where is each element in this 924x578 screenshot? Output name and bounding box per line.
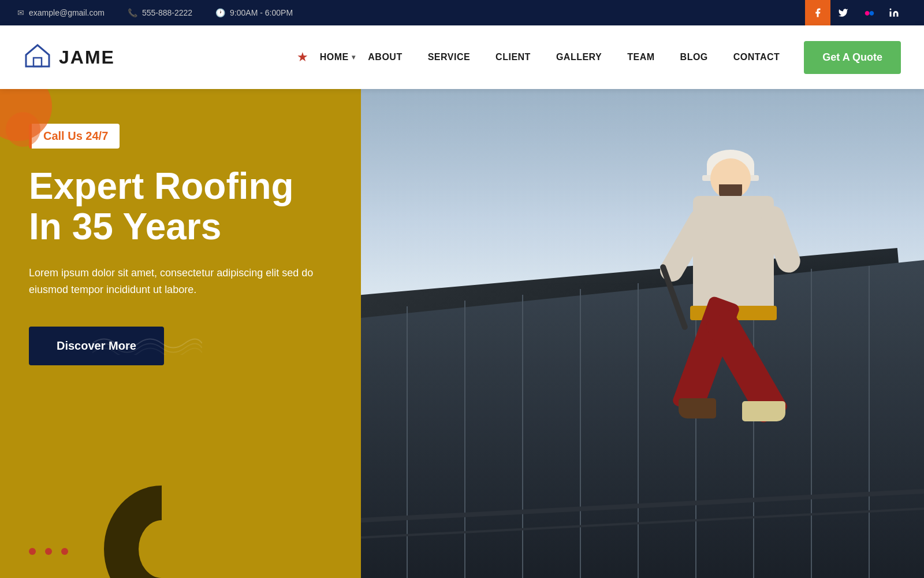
topbar-phone-item: 📞 555-888-2222 (128, 8, 192, 17)
navigation: ★ HOME ▾ ABOUT SERVICE CLIENT GALLER (297, 41, 901, 74)
topbar-email-item: ✉ example@gmail.com (17, 8, 105, 17)
facebook-icon[interactable] (805, 0, 830, 25)
email-icon: ✉ (17, 8, 24, 17)
worker-figure (635, 158, 837, 505)
hero-title-line1: Expert Roofing (29, 165, 294, 207)
nav-item-about[interactable]: ABOUT (355, 52, 415, 62)
get-quote-button[interactable]: Get A Quote (804, 41, 901, 74)
logo-text: JAME (59, 47, 115, 68)
flickr-icon[interactable]: ●● (856, 0, 881, 25)
nav-link-service[interactable]: SERVICE (415, 52, 483, 62)
hero-section: Call Us 24/7 Expert Roofing In 35 Years … (0, 89, 924, 578)
dot-3 (61, 548, 68, 555)
dot-2 (45, 548, 52, 555)
worker-left-boot (679, 398, 716, 418)
header: JAME ★ HOME ▾ ABOUT SERVICE CLIENT (0, 25, 924, 89)
topbar-contact-info: ✉ example@gmail.com 📞 555-888-2222 🕐 9:0… (17, 8, 293, 17)
call-badge-text: Call Us 24/7 (43, 129, 108, 142)
hero-description: Lorem ipsum dolor sit amet, consectetur … (29, 265, 318, 298)
nav-item-contact[interactable]: CONTACT (721, 52, 793, 62)
hero-title: Expert Roofing In 35 Years (29, 166, 332, 247)
linkedin-icon[interactable] (881, 0, 907, 25)
blob-decoration-2 (6, 112, 40, 147)
topbar-social-links: ●● (805, 0, 907, 25)
topbar-email: example@gmail.com (29, 8, 105, 17)
logo-house-icon (23, 40, 52, 75)
nav-link-about[interactable]: ABOUT (355, 52, 415, 62)
nav-menu: HOME ▾ ABOUT SERVICE CLIENT GALLERY TEAM (320, 42, 793, 73)
hero-title-line2: In 35 Years (29, 206, 221, 247)
topbar: ✉ example@gmail.com 📞 555-888-2222 🕐 9:0… (0, 0, 924, 25)
hero-left-panel: Call Us 24/7 Expert Roofing In 35 Years … (0, 89, 361, 578)
clock-icon: 🕐 (215, 8, 225, 17)
nav-link-blog[interactable]: BLOG (668, 52, 721, 62)
phone-icon: 📞 (128, 8, 137, 17)
nav-link-client[interactable]: CLIENT (483, 52, 543, 62)
nav-item-client[interactable]: CLIENT (483, 52, 543, 62)
nav-item-team[interactable]: TEAM (614, 52, 667, 62)
hero-right-panel (361, 89, 924, 578)
nav-link-contact[interactable]: CONTACT (721, 52, 793, 62)
twitter-icon[interactable] (830, 0, 856, 25)
nav-link-team[interactable]: TEAM (614, 52, 667, 62)
nav-item-home[interactable]: HOME ▾ (320, 42, 356, 73)
dot-1 (29, 548, 36, 555)
topbar-phone: 555-888-2222 (142, 8, 192, 17)
nav-star-decoration: ★ (297, 50, 308, 65)
worker-right-boot (742, 401, 785, 421)
dots-decoration (29, 548, 68, 555)
social-icons: ●● (805, 0, 907, 25)
svg-point-0 (890, 9, 892, 10)
topbar-hours: 9:00AM - 6:00PM (230, 8, 293, 17)
logo[interactable]: JAME (23, 40, 115, 75)
nav-item-service[interactable]: SERVICE (415, 52, 483, 62)
swirl-decoration (87, 332, 202, 355)
c-decoration (104, 486, 219, 578)
nav-item-gallery[interactable]: GALLERY (543, 52, 614, 62)
nav-link-home[interactable]: HOME ▾ (320, 42, 356, 72)
svg-rect-1 (33, 58, 42, 66)
topbar-hours-item: 🕐 9:00AM - 6:00PM (215, 8, 293, 17)
nav-link-gallery[interactable]: GALLERY (543, 52, 614, 62)
nav-item-blog[interactable]: BLOG (668, 52, 721, 62)
